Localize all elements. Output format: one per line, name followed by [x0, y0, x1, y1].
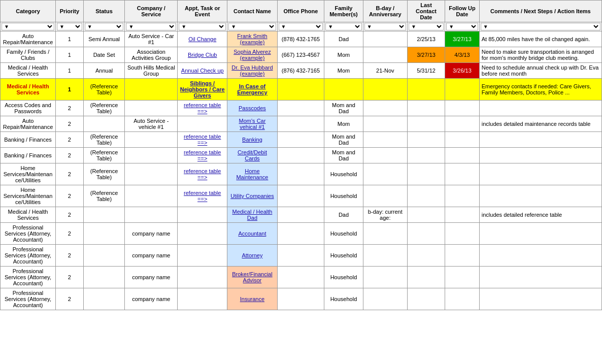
cell-comments	[479, 132, 601, 148]
table-row: Home Services/Maintenance/Utilities2(Ref…	[1, 185, 602, 207]
table-row: Home Services/Maintenance/Utilities2(Ref…	[1, 163, 602, 185]
cell-contact[interactable]: Frank Smith (example)	[227, 31, 277, 47]
filter-followup[interactable]: ▼	[446, 23, 478, 30]
cell-contact[interactable]: Medical / Health Dad	[227, 207, 277, 223]
filter-lastcontact[interactable]: ▼	[409, 23, 444, 30]
cell-contact[interactable]: Accountant	[227, 223, 277, 245]
filter-appt[interactable]: ▼	[179, 23, 226, 30]
cell-company: Auto Service - Car #1	[125, 31, 178, 47]
cell-follow-up	[445, 223, 480, 245]
cell-comments	[479, 267, 601, 288]
cell-phone	[277, 185, 324, 207]
cell-bday	[363, 79, 407, 101]
col-header-company: Company / Service	[125, 1, 178, 22]
cell-contact[interactable]: Passcodes	[227, 101, 277, 116]
cell-comments: Need to schedule annual check up with Dr…	[479, 63, 601, 79]
header-row: Category Priority Status Company / Servi…	[1, 1, 602, 22]
cell-contact[interactable]: Utility Companies	[227, 185, 277, 207]
cell-family: Mom	[324, 63, 363, 79]
filter-company[interactable]: ▼	[126, 23, 176, 30]
cell-status	[83, 288, 125, 310]
filter-bday[interactable]: ▼	[364, 23, 406, 30]
cell-contact[interactable]: Credit/Debit Cards	[227, 148, 277, 163]
cell-phone	[277, 79, 324, 101]
cell-appt	[178, 267, 227, 288]
cell-status: (Reference Table)	[83, 163, 125, 185]
cell-phone	[277, 288, 324, 310]
cell-follow-up	[445, 79, 480, 101]
cell-contact[interactable]: Dr. Eva Hubbard (example)	[227, 63, 277, 79]
cell-contact[interactable]: Broker/Financial Advisor	[227, 267, 277, 288]
cell-last-contact	[407, 163, 445, 185]
cell-family: Household	[324, 163, 363, 185]
cell-status: (Reference Table)	[83, 101, 125, 116]
cell-follow-up	[445, 132, 480, 148]
filter-phone[interactable]: ▼	[279, 23, 323, 30]
cell-last-contact: 2/25/13	[407, 31, 445, 47]
cell-family: Mom and Dad	[324, 101, 363, 116]
cell-family: Mom and Dad	[324, 148, 363, 163]
cell-category: Banking / Finances	[1, 132, 56, 148]
cell-status	[83, 116, 125, 132]
cell-priority: 1	[56, 63, 84, 79]
cell-contact[interactable]: Home Maintenance	[227, 163, 277, 185]
cell-comments	[479, 245, 601, 267]
cell-appt[interactable]: Bridge Club	[178, 47, 227, 63]
cell-last-contact: 5/31/12	[407, 63, 445, 79]
cell-last-contact: 3/27/13	[407, 47, 445, 63]
cell-appt[interactable]: Annual Check up	[178, 63, 227, 79]
filter-family[interactable]: ▼	[325, 23, 361, 30]
cell-comments	[479, 163, 601, 185]
cell-appt[interactable]: reference table ==>	[178, 148, 227, 163]
cell-appt[interactable]: Oil Change	[178, 31, 227, 47]
filter-category[interactable]: ▼	[2, 23, 54, 30]
cell-contact[interactable]: Mom's Car vehical #1	[227, 116, 277, 132]
cell-follow-up	[445, 148, 480, 163]
cell-phone	[277, 163, 324, 185]
cell-appt[interactable]: Siblings / Neighbors / Care Givers	[178, 79, 227, 101]
cell-contact[interactable]: In Case of Emergency	[227, 79, 277, 101]
filter-contact[interactable]: ▼	[228, 23, 276, 30]
cell-category: Professional Services (Attorney, Account…	[1, 223, 56, 245]
cell-contact[interactable]: Banking	[227, 132, 277, 148]
cell-appt[interactable]: reference table ==>	[178, 101, 227, 116]
cell-family	[324, 79, 363, 101]
filter-priority[interactable]: ▼	[57, 23, 82, 30]
cell-status: (Reference Table)	[83, 132, 125, 148]
cell-contact[interactable]: Sophia Alverez (example)	[227, 47, 277, 63]
cell-priority: 2	[56, 223, 84, 245]
cell-family: Dad	[324, 31, 363, 47]
cell-phone	[277, 101, 324, 116]
table-row: Banking / Finances2(Reference Table)refe…	[1, 132, 602, 148]
cell-company	[125, 101, 178, 116]
cell-appt	[178, 207, 227, 223]
cell-category: Auto Repair/Maintenance	[1, 31, 56, 47]
cell-last-contact	[407, 132, 445, 148]
cell-follow-up	[445, 267, 480, 288]
cell-follow-up: 4/3/13	[445, 47, 480, 63]
cell-priority: 2	[56, 185, 84, 207]
cell-priority: 2	[56, 101, 84, 116]
filter-row: ▼ ▼ ▼ ▼ ▼ ▼ ▼ ▼ ▼ ▼ ▼ ▼	[1, 22, 602, 31]
cell-last-contact	[407, 185, 445, 207]
cell-family: Household	[324, 288, 363, 310]
cell-appt[interactable]: reference table ==>	[178, 163, 227, 185]
col-header-status: Status	[83, 1, 125, 22]
cell-comments: includes detailed maintenance records ta…	[479, 116, 601, 132]
filter-status[interactable]: ▼	[85, 23, 124, 30]
cell-appt[interactable]: reference table ==>	[178, 132, 227, 148]
cell-comments	[479, 288, 601, 310]
cell-category: Banking / Finances	[1, 148, 56, 163]
table-row: Professional Services (Attorney, Account…	[1, 288, 602, 310]
cell-last-contact	[407, 267, 445, 288]
cell-phone: (878) 432-1765	[277, 31, 324, 47]
cell-phone	[277, 245, 324, 267]
cell-appt[interactable]: reference table ==>	[178, 185, 227, 207]
cell-comments	[479, 223, 601, 245]
cell-appt	[178, 245, 227, 267]
cell-appt	[178, 223, 227, 245]
filter-comments[interactable]: ▼	[481, 23, 600, 30]
cell-contact[interactable]: Insurance	[227, 288, 277, 310]
cell-contact[interactable]: Attorney	[227, 245, 277, 267]
cell-category: Home Services/Maintenance/Utilities	[1, 163, 56, 185]
